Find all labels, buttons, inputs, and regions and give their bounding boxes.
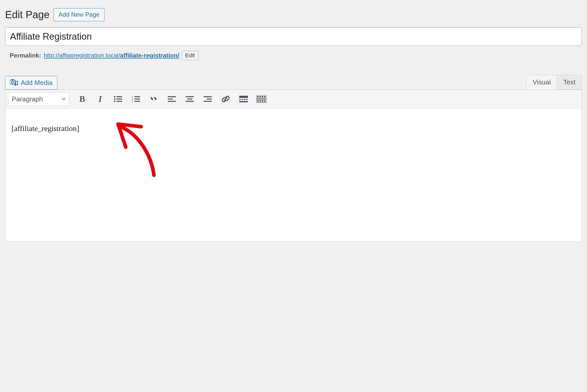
blockquote-button[interactable] <box>149 94 159 104</box>
link-icon <box>221 95 230 103</box>
editor-tabs: Visual Text <box>527 75 582 90</box>
svg-rect-18 <box>168 99 173 100</box>
svg-text:3: 3 <box>132 100 133 103</box>
svg-rect-14 <box>134 99 140 100</box>
bullet-list-icon <box>114 95 122 103</box>
add-media-label: Add Media <box>21 79 53 87</box>
format-selector[interactable]: Paragraph <box>8 92 69 106</box>
editor-toolbar: Paragraph B I 1 2 <box>5 90 582 109</box>
svg-rect-42 <box>264 100 266 102</box>
svg-rect-28 <box>239 99 241 100</box>
blockquote-icon <box>150 95 158 103</box>
svg-rect-17 <box>168 96 176 97</box>
svg-point-3 <box>15 84 16 86</box>
numbered-list-icon: 1 2 3 <box>132 95 140 103</box>
permalink-edit-button[interactable]: Edit <box>182 51 198 60</box>
toolbar-toggle-button[interactable] <box>256 94 267 104</box>
svg-rect-34 <box>257 96 259 97</box>
align-center-icon <box>186 96 194 102</box>
svg-rect-16 <box>134 101 140 102</box>
svg-rect-10 <box>117 101 122 102</box>
svg-point-4 <box>17 84 18 85</box>
svg-rect-21 <box>187 99 192 100</box>
bullet-list-button[interactable] <box>113 94 123 104</box>
align-center-button[interactable] <box>185 94 195 104</box>
align-left-icon <box>168 96 176 102</box>
bold-button[interactable]: B <box>77 94 87 104</box>
permalink-label: Permalink: <box>10 52 41 59</box>
add-new-page-button[interactable]: Add New Page <box>54 8 104 21</box>
italic-button[interactable]: I <box>95 94 105 104</box>
svg-rect-29 <box>242 99 243 100</box>
svg-rect-27 <box>239 96 248 98</box>
permalink-link[interactable]: http://affwpregistration.local/affiliate… <box>44 52 179 59</box>
svg-rect-35 <box>259 96 261 97</box>
align-right-button[interactable] <box>203 94 213 104</box>
svg-rect-23 <box>204 96 212 97</box>
svg-point-7 <box>114 98 116 100</box>
svg-point-5 <box>114 96 116 97</box>
svg-rect-40 <box>259 100 261 102</box>
svg-rect-8 <box>117 99 122 100</box>
italic-icon: I <box>98 94 102 104</box>
permalink-base: http://affwpregistration.local/ <box>44 52 120 59</box>
camera-music-icon <box>10 79 18 86</box>
read-more-icon <box>239 96 248 102</box>
permalink-slug: affiliate-registration/ <box>120 52 179 59</box>
svg-rect-22 <box>186 101 194 102</box>
page-heading: Edit Page <box>5 8 49 21</box>
editor-content-area[interactable]: [affiliate_registration] <box>5 109 582 242</box>
svg-rect-41 <box>262 100 263 102</box>
toolbar-toggle-icon <box>256 95 267 103</box>
read-more-button[interactable] <box>238 94 249 104</box>
link-button[interactable] <box>221 94 231 104</box>
svg-rect-20 <box>186 96 194 97</box>
page-title-input[interactable] <box>5 27 582 46</box>
tab-text[interactable]: Text <box>557 75 582 90</box>
svg-rect-37 <box>264 96 266 97</box>
format-selector-label: Paragraph <box>12 95 43 103</box>
svg-rect-19 <box>168 101 176 102</box>
svg-rect-24 <box>207 99 212 100</box>
svg-rect-36 <box>262 96 263 97</box>
svg-point-1 <box>12 81 14 83</box>
chevron-down-icon <box>62 98 66 100</box>
svg-rect-31 <box>246 99 248 100</box>
svg-point-9 <box>114 101 116 102</box>
permalink-row: Permalink: http://affwpregistration.loca… <box>5 50 582 65</box>
numbered-list-button[interactable]: 1 2 3 <box>131 94 141 104</box>
svg-rect-12 <box>134 96 140 97</box>
svg-rect-6 <box>117 96 122 97</box>
align-right-icon <box>204 96 212 102</box>
tab-visual[interactable]: Visual <box>526 75 557 90</box>
svg-rect-2 <box>12 79 14 80</box>
add-media-button[interactable]: Add Media <box>5 76 57 90</box>
editor-paragraph: [affiliate_registration] <box>12 124 575 133</box>
svg-rect-39 <box>257 100 259 102</box>
svg-rect-25 <box>204 101 212 102</box>
svg-rect-30 <box>244 99 245 100</box>
svg-rect-0 <box>10 80 15 84</box>
align-left-button[interactable] <box>167 94 177 104</box>
bold-icon: B <box>79 94 85 104</box>
svg-rect-32 <box>239 101 248 102</box>
